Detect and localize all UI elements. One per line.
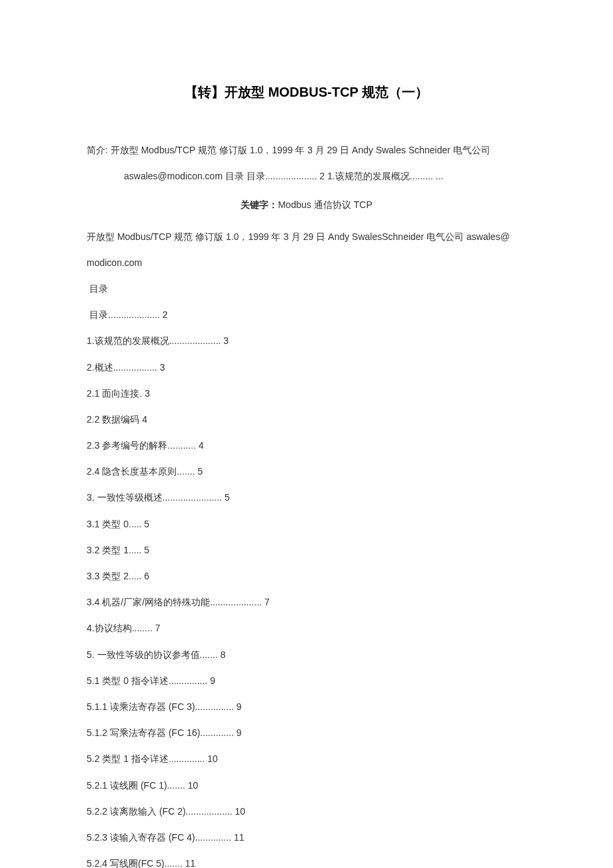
toc-entry: 5.2.1 读线圈 (FC 1)....... 10	[87, 773, 526, 799]
toc-entry: 目录	[87, 276, 526, 302]
toc-entry: 5.2 类型 1 指令详述.............. 10	[87, 746, 526, 772]
keywords-line: 关键字：Modbus 通信协议 TCP	[87, 192, 526, 218]
page-title: 【转】开放型 MODBUS-TCP 规范（一）	[87, 73, 526, 111]
toc-entry: 2.3 参考编号的解释........... 4	[87, 433, 526, 459]
intro-block: 简介: 开放型 Modbus/TCP 规范 修订版 1.0，1999 年 3 月…	[87, 137, 526, 189]
toc-entry: 2.2 数据编码 4	[87, 407, 526, 433]
keywords-value: Modbus 通信协议 TCP	[278, 199, 372, 210]
toc-entry: 1.该规范的发展概况.................... 3	[87, 328, 526, 354]
toc-entry: 5.1 类型 0 指令详述............... 9	[87, 668, 526, 694]
toc-entry: 5.1.1 读乘法寄存器 (FC 3)............... 9	[87, 694, 526, 720]
toc-entry: 3. 一致性等级概述....................... 5	[87, 485, 526, 511]
toc-entry: 2.4 隐含长度基本原则....... 5	[87, 459, 526, 485]
toc-entry: 2.1 面向连接. 3	[87, 381, 526, 407]
toc-entry: 目录.................... 2	[87, 302, 526, 328]
toc-entry: 3.1 类型 0..... 5	[87, 511, 526, 537]
intro-line-1: 简介: 开放型 Modbus/TCP 规范 修订版 1.0，1999 年 3 月…	[87, 137, 526, 163]
toc-entry: 5. 一致性等级的协议参考值....... 8	[87, 642, 526, 668]
toc-entry: 5.2.3 读输入寄存器 (FC 4).............. 11	[87, 825, 526, 851]
keywords-label: 关键字：	[241, 199, 278, 210]
toc-entry: 5.1.2 写乘法寄存器 (FC 16)............. 9	[87, 720, 526, 746]
toc-entry: 5.2.2 读离散输入 (FC 2).................. 10	[87, 799, 526, 825]
toc-entry: 3.3 类型 2..... 6	[87, 563, 526, 589]
document-page: 【转】开放型 MODBUS-TCP 规范（一） 简介: 开放型 Modbus/T…	[0, 0, 613, 868]
toc-entry: 3.4 机器/厂家/网络的特殊功能.................... 7	[87, 589, 526, 615]
toc-entry: 4.协议结构........ 7	[87, 615, 526, 641]
intro-line-2: aswales@modicon.com 目录 目录...............…	[87, 163, 526, 189]
header-line-2: modicon.com	[87, 250, 526, 276]
toc-entry: 2.概述................. 3	[87, 355, 526, 381]
toc-entry: 5.2.4 写线圈(FC 5)....... 11	[87, 851, 526, 868]
header-line-1: 开放型 Modbus/TCP 规范 修订版 1.0，1999 年 3 月 29 …	[87, 224, 526, 250]
toc-entry: 3.2 类型 1..... 5	[87, 537, 526, 563]
